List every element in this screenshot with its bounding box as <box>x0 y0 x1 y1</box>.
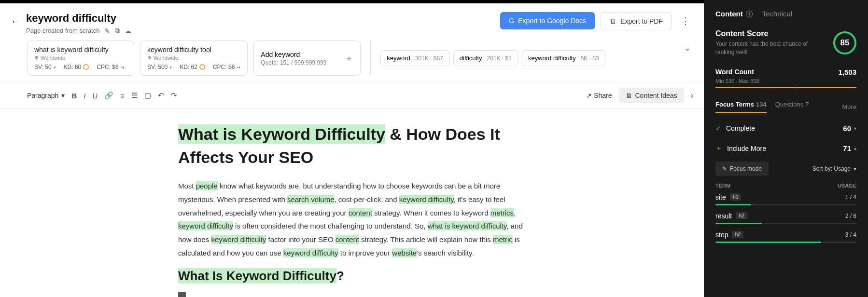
tab-focus-terms[interactable]: Focus Terms134 <box>715 101 767 113</box>
bold-icon[interactable]: B <box>71 92 77 100</box>
kd-ring-icon <box>199 64 205 70</box>
document-icon: 🗎 <box>610 17 616 25</box>
google-icon: G <box>509 17 514 25</box>
word-count-range: Min 536 · Max 858 <box>715 78 856 84</box>
share-icon: ↗ <box>586 92 592 99</box>
word-count-label: Word Count <box>715 68 754 76</box>
keyword-pill[interactable]: difficulty201K · $1 <box>453 50 518 66</box>
tab-content[interactable]: Contenti <box>715 10 753 18</box>
redo-icon[interactable]: ↷ <box>171 91 177 100</box>
ordered-list-icon[interactable]: ≡ <box>120 92 125 100</box>
chevron-right-icon[interactable]: › <box>691 91 693 100</box>
check-icon: ✓ <box>715 124 721 132</box>
add-keyword-card[interactable]: Add keyword Quota: 151 / 999,999,999 ＋ <box>253 40 361 76</box>
image-icon[interactable]: ▢ <box>144 91 151 100</box>
chevron-down-icon: ▾ <box>854 126 856 131</box>
more-link[interactable]: More <box>842 103 856 110</box>
sort-select[interactable]: Sort by: Usage▾ <box>812 162 856 176</box>
kd-ring-icon <box>83 64 89 70</box>
chevron-down-icon[interactable]: ▾ <box>169 65 172 70</box>
keyword-pill[interactable]: keyword difficulty5K · $3 <box>522 50 605 66</box>
more-menu-icon[interactable]: ⋮ <box>678 12 693 29</box>
content-score-sub: Your content has the best chance of rank… <box>715 40 826 56</box>
editor-area[interactable]: What is Keyword Difficulty & How Does It… <box>0 108 704 297</box>
pencil-icon: ✎ <box>722 165 727 172</box>
underline-icon[interactable]: U <box>92 92 98 100</box>
doc-heading-2[interactable]: What Is Keyword Difficulty? <box>178 269 526 284</box>
usage-header: USAGE <box>838 183 856 189</box>
chevron-down-icon: ▾ <box>854 165 856 172</box>
arrow-icon: ➜ <box>237 65 240 70</box>
undo-icon[interactable]: ↶ <box>158 91 164 100</box>
back-button[interactable]: ← <box>11 16 20 27</box>
image-placeholder-icon[interactable] <box>178 292 186 297</box>
share-button[interactable]: ↗Share <box>586 92 612 99</box>
page-title: keyword difficulty <box>26 12 131 25</box>
paragraph-select[interactable]: Paragraph▾ <box>27 92 65 99</box>
plus-icon[interactable]: ＋ <box>345 53 353 64</box>
term-row[interactable]: steph2 3 / 4 <box>715 231 856 243</box>
score-ring: 85 <box>833 31 856 54</box>
word-count-value: 1,503 <box>838 68 856 76</box>
document-icon: 🗎 <box>626 92 632 99</box>
usage-bar <box>715 242 856 243</box>
term-row[interactable]: siteh1 1 / 4 <box>715 193 856 205</box>
term-header: TERM <box>715 183 730 189</box>
section-complete[interactable]: ✓Complete 60▾ <box>715 119 856 138</box>
chevron-up-icon: ▴ <box>854 146 856 151</box>
doc-paragraph[interactable]: Most people know what keywords are, but … <box>178 179 526 260</box>
globe-icon: ⊕ <box>147 54 152 61</box>
chevron-down-icon: ▾ <box>61 92 65 99</box>
keyword-card[interactable]: keyword difficulty tool ⊕Worldwide SV: 5… <box>140 40 248 76</box>
section-include-more[interactable]: ＋Include More 71▴ <box>715 138 856 159</box>
usage-bar <box>715 204 856 205</box>
link-icon[interactable]: 🔗 <box>104 91 113 100</box>
italic-icon[interactable]: I <box>84 92 85 100</box>
content-ideas-button[interactable]: 🗎Content Ideas <box>619 88 684 103</box>
tab-technical[interactable]: Technical <box>762 10 793 18</box>
usage-bar <box>715 223 856 224</box>
content-score-title: Content Score <box>715 29 826 38</box>
word-count-bar <box>715 87 856 88</box>
doc-heading-1[interactable]: What is Keyword Difficulty & How Does It… <box>178 123 526 169</box>
export-google-docs-button[interactable]: G Export to Google Docs <box>500 12 595 29</box>
unordered-list-icon[interactable]: ☰ <box>131 91 138 100</box>
term-row[interactable]: resulth2 2 / 6 <box>715 212 856 224</box>
export-pdf-button[interactable]: 🗎 Export to PDF <box>601 12 672 30</box>
copy-icon[interactable]: ⧉ <box>115 27 120 35</box>
tab-questions[interactable]: Questions7 <box>775 101 809 113</box>
page-subtitle: Page created from scratch <box>26 27 99 34</box>
expand-keywords-icon[interactable]: ⌄ <box>681 40 693 76</box>
focus-mode-button[interactable]: ✎Focus mode <box>715 162 769 176</box>
arrow-icon: ➜ <box>121 65 125 70</box>
keyword-card[interactable]: what is keyword difficulty ⊕Worldwide SV… <box>27 40 134 76</box>
plus-icon: ＋ <box>715 144 722 153</box>
cloud-icon[interactable]: ☁ <box>125 27 131 35</box>
globe-icon: ⊕ <box>34 54 39 61</box>
info-icon[interactable]: i <box>746 11 753 17</box>
chevron-down-icon[interactable]: ▾ <box>54 65 56 70</box>
edit-icon[interactable]: ✎ <box>104 27 110 35</box>
keyword-pill[interactable]: keyword301K · $87 <box>380 50 449 66</box>
